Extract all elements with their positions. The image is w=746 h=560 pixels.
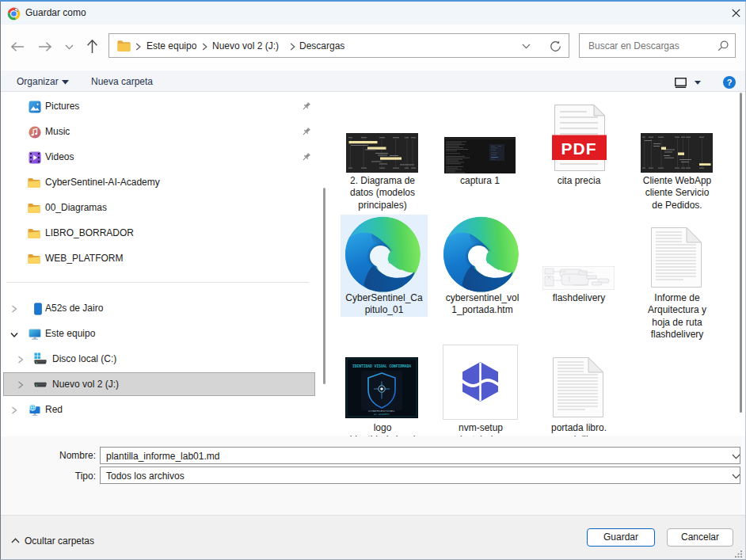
svg-text:IDENTIDAD VISUAL CONFIRMADA: IDENTIDAD VISUAL CONFIRMADA	[352, 364, 412, 369]
svg-text:AI ACADEMY: AI ACADEMY	[374, 413, 390, 416]
svg-text:PDF: PDF	[561, 139, 597, 158]
svg-text:?: ?	[727, 78, 733, 87]
svg-text:CYBERSENTINEL: CYBERSENTINEL	[368, 410, 396, 413]
